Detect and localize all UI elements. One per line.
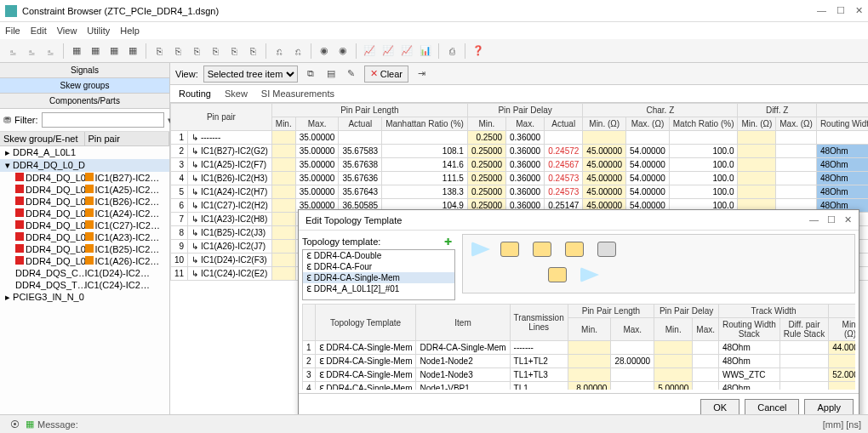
apply-button[interactable]: Apply [804,399,854,416]
menu-bar: FileEditViewUtilityHelp [0,22,868,39]
tree-row[interactable]: DDR4_DQ_L0[4]IC1(C27)-IC2… [0,219,169,231]
toolbar-button[interactable]: ◉ [335,43,351,59]
tree-header: Skew group/E-net Pin pair [0,132,169,146]
subtab-routing[interactable]: Routing [179,88,211,99]
tab-components[interactable]: Components/Parts [0,94,169,109]
menu-edit[interactable]: Edit [31,26,47,36]
toolbar-button[interactable]: 📈 [362,43,377,59]
toolbar-button[interactable]: ⎘ [245,43,260,59]
toolbar-button[interactable]: 📈 [399,43,414,59]
menu-view[interactable]: View [57,26,77,36]
diagram-driver-icon [471,242,490,257]
dialog-grid[interactable]: Topology TemplateItemTransmissionLinesPi… [302,304,855,390]
status-message-label: Message: [37,419,78,430]
status-bar: ⦿ ▦ Message: [mm] [ns] [0,414,868,433]
toolbar-button[interactable]: ⎘ [170,43,186,59]
left-panel: Signals Skew groups Components/Parts ⛃ F… [0,63,170,414]
tree-row[interactable]: DDR4_DQ_L0[0]IC1(B27)-IC2… [0,172,169,184]
tree[interactable]: ▸ DDR4_A_L0L1▾ DDR4_DQ_L0_DQSDDR4_DQ_L0[… [0,146,169,414]
diagram-node [565,242,584,257]
toolbar-button[interactable]: ⎁ [5,43,20,59]
view-select[interactable]: Selected tree item [203,66,298,83]
toolbar-button[interactable]: ▦ [125,43,140,59]
filter-label: Filter: [14,115,38,125]
template-item[interactable]: ℇ DDR4-CA-Four [303,261,454,272]
dialog-maximize[interactable]: ☐ [827,214,836,225]
view-filter-icon[interactable]: ▤ [323,66,339,82]
diagram-node [500,242,519,257]
wifi-icon: ⦿ [7,417,22,432]
toolbar-button[interactable]: ❓ [471,43,486,59]
subtab-skew[interactable]: Skew [225,88,248,99]
tab-skew-groups[interactable]: Skew groups [0,78,169,94]
diagram-node [533,242,551,257]
view-label: View: [175,69,198,79]
toolbar-button[interactable]: ⎙ [444,43,460,59]
tree-row[interactable]: DDR4_DQ_L0[1]IC1(A25)-IC2… [0,184,169,196]
topology-template-label: Topology template: [302,236,380,247]
menu-help[interactable]: Help [120,26,140,36]
tree-row[interactable]: ▾ DDR4_DQ_L0_DQS [0,159,169,172]
tree-row[interactable]: DDR4_DQ_L0[2]IC1(B26)-IC2… [0,196,169,208]
window-title: Constraint Browser (ZTC_PCIe_DDR4_1.dsgn… [22,6,219,16]
tree-row[interactable]: DDR4_DQS_T…IC1(C24)-IC2… [0,279,169,291]
edit-topology-dialog: Edit Topology Template — ☐ ✕ Topology te… [298,209,859,422]
toolbar-button[interactable]: ⎘ [189,43,204,59]
diagram-node [548,267,567,282]
ok-button[interactable]: OK [700,399,740,416]
tree-row[interactable]: DDR4_DQ_L0[7]IC1(A26)-IC2… [0,255,169,267]
diagram-resistor-icon [597,242,616,257]
tree-row[interactable]: DDR4_DQS_C…IC1(D24)-IC2… [0,267,169,279]
filter-icon[interactable]: ⛃ [3,112,11,128]
tree-row[interactable]: DDR4_DQ_L0[5]IC1(A23)-IC2… [0,231,169,243]
toolbar-button[interactable]: 📈 [380,43,396,59]
cancel-button[interactable]: Cancel [745,399,799,416]
subtab-si measurements[interactable]: SI Measurements [261,88,334,99]
dialog-title: Edit Topology Template [306,215,402,225]
ok-icon: ▦ [22,417,37,432]
dialog-close[interactable]: ✕ [844,214,852,225]
diagram-receiver-icon [580,267,599,282]
dialog-minimize[interactable]: — [809,214,819,225]
clear-button[interactable]: ✕Clear [364,66,408,83]
maximize-button[interactable]: ☐ [837,5,845,16]
menu-utility[interactable]: Utility [87,26,110,36]
app-icon [5,5,17,17]
toolbar-button[interactable]: ⎘ [151,43,167,59]
status-units: [mm] [ns] [823,419,861,430]
template-item[interactable]: ℇ DDR4-CA-Single-Mem [303,272,454,283]
minimize-button[interactable]: — [817,5,826,16]
toolbar-button[interactable]: ▦ [106,43,122,59]
toolbar-button[interactable]: 📊 [418,43,433,59]
toolbar-button[interactable]: ⎁ [43,43,58,59]
filter-input[interactable] [42,112,164,128]
title-bar: Constraint Browser (ZTC_PCIe_DDR4_1.dsgn… [0,0,868,22]
add-template-icon[interactable]: ✚ [440,234,455,249]
toolbar-button[interactable]: ▦ [69,43,84,59]
menu-file[interactable]: File [5,26,20,36]
template-item[interactable]: ℇ DDR4-CA-Double [303,250,454,261]
view-mark-icon[interactable]: ✎ [344,66,359,82]
toolbar-button[interactable]: ◉ [317,43,332,59]
tree-row[interactable]: DDR4_DQ_L0[3]IC1(A24)-IC2… [0,208,169,219]
toolbar-button[interactable]: ⎁ [24,43,39,59]
view-export-icon[interactable]: ⇥ [414,66,429,82]
toolbar: ⎁⎁⎁▦▦▦▦⎘⎘⎘⎘⎘⎘⎌⎌◉◉📈📈📈📊⎙❓ [0,39,868,63]
toolbar-button[interactable]: ▦ [88,43,103,59]
toolbar-button[interactable]: ⎌ [271,43,287,59]
tab-signals[interactable]: Signals [0,63,169,78]
template-list[interactable]: ℇ DDR4-CA-Doubleℇ DDR4-CA-Fourℇ DDR4-CA-… [302,249,455,300]
topology-diagram [462,234,855,293]
template-item[interactable]: ℇ DDR4_A_L0L1[2]_#01 [303,283,454,294]
toolbar-button[interactable]: ⎘ [208,43,223,59]
close-button[interactable]: ✕ [855,5,863,16]
tree-row[interactable]: ▸ PCIEG3_IN_N_0 [0,291,169,304]
sub-tabs: RoutingSkewSI Measurements [170,85,868,103]
toolbar-button[interactable]: ⎘ [226,43,242,59]
view-tree-icon[interactable]: ⧉ [303,66,318,82]
tree-row[interactable]: ▸ DDR4_A_L0L1 [0,146,169,159]
tree-row[interactable]: DDR4_DQ_L0[6]IC1(B25)-IC2… [0,243,169,255]
toolbar-button[interactable]: ⎌ [290,43,306,59]
